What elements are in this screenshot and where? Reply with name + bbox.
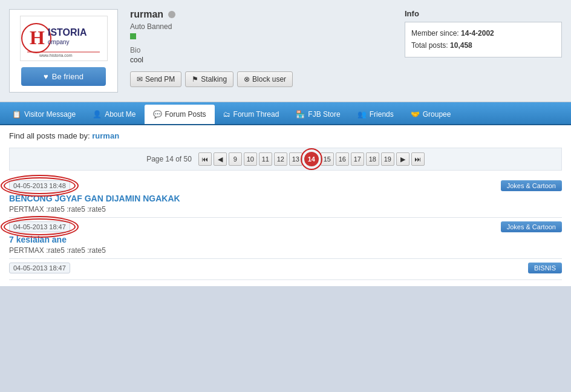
stalking-label: Stalking <box>201 75 227 83</box>
post-row: 04-05-2013 18:48 Jokes & Cartoon BENCONG… <box>9 177 562 218</box>
find-posts-label: Find all posts made by: rurman <box>9 131 562 140</box>
find-posts-username[interactable]: rurman <box>92 131 119 140</box>
action-buttons: ✉ Send PM ⚑ Stalking ⊗ Block user <box>130 71 393 87</box>
info-title: Info <box>405 9 562 18</box>
fjb-store-icon: 🏪 <box>296 110 305 119</box>
page-11-button[interactable]: 11 <box>259 152 272 166</box>
tab-fjb-store[interactable]: 🏪 FJB Store <box>287 105 348 124</box>
tab-visitor-message[interactable]: 📋 Visitor Message <box>4 105 84 124</box>
friends-icon: 👥 <box>357 110 367 119</box>
post-content-2: PERTMAX :rate5 :rate5 :rate5 <box>9 246 562 255</box>
post-category-badge-1[interactable]: Jokes & Cartoon <box>501 180 562 191</box>
post-content-1: PERTMAX :rate5 :rate5 :rate5 <box>9 205 562 214</box>
avatar-logo: H ISTORIA ompany www.historia.com <box>20 16 108 61</box>
post-title-1[interactable]: BENCONG JGYAF GAN DIJAMIN NGAKAK <box>9 194 562 203</box>
about-me-icon: 👤 <box>93 110 102 119</box>
forum-thread-icon: 🗂 <box>223 110 230 119</box>
total-posts-value: 10,458 <box>450 41 472 50</box>
page-17-button[interactable]: 17 <box>351 152 364 166</box>
main-content: Find all posts made by: rurman Page 14 o… <box>0 125 571 286</box>
tabs-bar: 📋 Visitor Message 👤 About Me 💬 Forum Pos… <box>0 102 571 125</box>
be-friend-label: Be friend <box>52 72 83 81</box>
post-row: 04-05-2013 18:47 Jokes & Cartoon 7 kesia… <box>9 218 562 259</box>
stalking-button[interactable]: ⚑ Stalking <box>185 71 233 87</box>
page-10-button[interactable]: 10 <box>244 152 257 166</box>
next-page-button[interactable]: ▶ <box>396 152 409 166</box>
page-18-button[interactable]: 18 <box>366 152 379 166</box>
send-pm-button[interactable]: ✉ Send PM <box>130 71 181 87</box>
post-title-2[interactable]: 7 kesialan ane <box>9 235 562 244</box>
username-row: rurman <box>130 9 393 20</box>
page-info: Page 14 of 50 <box>146 155 192 163</box>
avatar-box: H ISTORIA ompany www.historia.com ♥ Be f… <box>9 9 118 93</box>
flag-icon: ⚑ <box>192 75 198 83</box>
post-row: 04-05-2013 18:47 BISNIS <box>9 259 562 280</box>
last-page-button[interactable]: ⏭ <box>411 152 425 166</box>
heart-icon: ♥ <box>44 72 48 81</box>
first-page-button[interactable]: ⏮ <box>198 152 212 166</box>
forum-posts-icon: 💬 <box>153 110 162 119</box>
post-header-3: 04-05-2013 18:47 BISNIS <box>9 263 562 273</box>
page-16-button[interactable]: 16 <box>336 152 349 166</box>
tab-friends[interactable]: 👥 Friends <box>349 105 402 124</box>
offline-status-dot <box>168 11 175 18</box>
auto-banned-label: Auto Banned <box>130 22 393 31</box>
block-icon: ⊗ <box>244 75 250 83</box>
tab-forum-thread[interactable]: 🗂 Forum Thread <box>215 105 288 124</box>
page-13-button[interactable]: 13 <box>289 152 302 166</box>
page-14-button[interactable]: 14 <box>304 152 319 166</box>
tab-forum-posts[interactable]: 💬 Forum Posts <box>145 105 215 124</box>
profile-info: rurman Auto Banned Bio cool ✉ Send PM ⚑ … <box>130 9 393 87</box>
visitor-message-icon: 📋 <box>12 110 21 119</box>
be-friend-button[interactable]: ♥ Be friend <box>21 67 106 86</box>
total-posts-label: Total posts: <box>411 41 448 50</box>
profile-section: H ISTORIA ompany www.historia.com ♥ Be f… <box>0 0 571 102</box>
page-15-button[interactable]: 15 <box>321 152 334 166</box>
post-category-badge-2[interactable]: Jokes & Cartoon <box>501 221 562 232</box>
svg-text:ISTORIA: ISTORIA <box>48 27 87 38</box>
find-posts-text: Find all posts made by: <box>9 131 90 140</box>
online-dot <box>130 33 136 39</box>
post-category-badge-3[interactable]: BISNIS <box>528 263 562 273</box>
bio-label: Bio <box>130 46 393 54</box>
post-header-1: 04-05-2013 18:48 Jokes & Cartoon <box>9 180 562 191</box>
post-date-1: 04-05-2013 18:48 <box>9 180 70 191</box>
member-since-label: Member since: <box>411 29 459 38</box>
svg-text:H: H <box>30 27 45 48</box>
username: rurman <box>130 9 163 20</box>
block-user-label: Block user <box>252 75 286 83</box>
member-since-value: 14-4-2002 <box>461 29 494 38</box>
tab-groupee[interactable]: 🤝 Groupee <box>402 105 460 124</box>
post-date-2: 04-05-2013 18:47 <box>9 221 70 232</box>
send-pm-label: Send PM <box>145 75 175 83</box>
page-12-button[interactable]: 12 <box>274 152 287 166</box>
block-user-button[interactable]: ⊗ Block user <box>237 71 293 87</box>
pagination-bar: Page 14 of 50 ⏮ ◀ 9 10 11 12 13 14 15 16… <box>9 148 562 171</box>
page-19-button[interactable]: 19 <box>381 152 394 166</box>
envelope-icon: ✉ <box>137 75 143 83</box>
info-box: Info Member since: 14-4-2002 Total posts… <box>405 9 562 57</box>
svg-text:ompany: ompany <box>48 39 70 45</box>
post-date-3: 04-05-2013 18:47 <box>9 263 70 273</box>
page-9-button[interactable]: 9 <box>229 152 242 166</box>
prev-page-button[interactable]: ◀ <box>214 152 227 166</box>
svg-text:www.historia.com: www.historia.com <box>39 53 73 57</box>
info-content: Member since: 14-4-2002 Total posts: 10,… <box>405 22 562 57</box>
groupee-icon: 🤝 <box>411 110 420 119</box>
bio-value: cool <box>130 56 393 64</box>
post-header-2: 04-05-2013 18:47 Jokes & Cartoon <box>9 221 562 232</box>
tab-about-me[interactable]: 👤 About Me <box>84 105 144 124</box>
